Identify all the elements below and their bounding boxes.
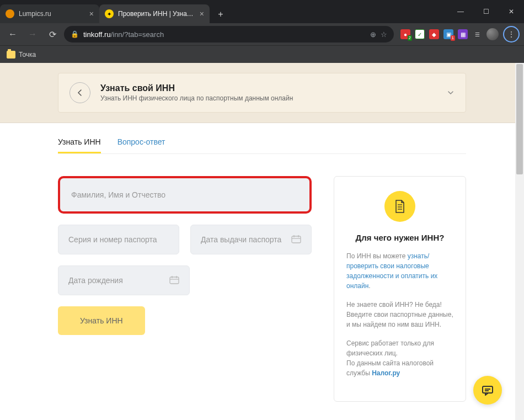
extension-check-icon[interactable]: ✓ xyxy=(415,29,425,39)
chat-icon xyxy=(481,384,494,397)
favicon-lumpics xyxy=(6,9,14,18)
page-scrollbar[interactable] xyxy=(515,63,524,420)
side-para-3: Сервис работает только для физических ли… xyxy=(346,338,453,378)
favicon-tinkoff: ✦ xyxy=(105,9,114,18)
hero-subtitle: Узнать ИНН физического лица по паспортны… xyxy=(100,94,293,102)
hero-expand-card[interactable]: Узнать свой ИНН Узнать ИНН физического л… xyxy=(58,73,466,113)
new-tab-button[interactable]: + xyxy=(213,7,228,22)
submit-button[interactable]: Узнать ИНН xyxy=(58,306,145,335)
passport-placeholder: Серия и номер паспорта xyxy=(68,235,157,244)
browser-tab-tinkoff[interactable]: ✦ Проверить ИНН | Узнать свой И × xyxy=(99,4,210,23)
side-para-1: По ИНН вы можете узнать/ проверить свои … xyxy=(346,251,453,291)
extension-adblock-icon[interactable]: ●2 xyxy=(400,29,410,39)
nav-back-button[interactable]: ← xyxy=(4,26,21,42)
profile-avatar[interactable] xyxy=(486,28,499,40)
window-minimize-button[interactable]: — xyxy=(448,0,473,23)
hero-title: Узнать свой ИНН xyxy=(100,83,293,93)
tab-title: Lumpics.ru xyxy=(19,10,86,18)
back-circle-icon[interactable] xyxy=(69,82,90,103)
install-app-icon[interactable]: ⊕ xyxy=(370,30,376,39)
address-row: ← → ⟳ 🔒 tinkoff.ru/inn/?tab=search ⊕ ☆ ●… xyxy=(0,23,524,45)
side-para-2: Не знаете свой ИНН? Не беда! Введите сво… xyxy=(346,300,453,329)
calendar-icon xyxy=(291,235,301,244)
url-host: tinkoff.ru xyxy=(83,30,111,39)
birth-date-input[interactable]: Дата рождения xyxy=(58,265,190,295)
issue-date-input[interactable]: Дата выдачи паспорта xyxy=(190,225,312,254)
extension-red-icon[interactable]: ◆ xyxy=(429,29,439,39)
extension-purple-icon[interactable]: ▦ xyxy=(458,29,468,39)
document-icon xyxy=(384,191,415,222)
browser-tabs-row: Lumpics.ru × ✦ Проверить ИНН | Узнать св… xyxy=(0,0,524,23)
nav-reload-button[interactable]: ⟳ xyxy=(44,26,61,42)
bookmark-item[interactable]: Точка xyxy=(19,51,36,59)
page-content: Узнать свой ИНН Узнать ИНН физического л… xyxy=(0,63,524,420)
star-icon[interactable]: ☆ xyxy=(381,30,387,39)
calendar-icon xyxy=(169,276,179,285)
issue-date-placeholder: Дата выдачи паспорта xyxy=(201,235,281,244)
svg-rect-0 xyxy=(292,236,301,243)
birth-placeholder: Дата рождения xyxy=(68,276,123,285)
extension-blue-icon[interactable]: ▣1 xyxy=(443,29,453,39)
page-tabs: Узнать ИНН Вопрос-ответ xyxy=(58,123,466,154)
svg-rect-4 xyxy=(170,277,179,284)
close-icon[interactable]: × xyxy=(200,9,204,18)
chat-fab-button[interactable] xyxy=(473,376,502,405)
fio-input[interactable]: Фамилия, Имя и Отчество xyxy=(58,176,312,214)
side-info-card: Для чего нужен ИНН? По ИНН вы можете узн… xyxy=(334,176,466,402)
tab-title: Проверить ИНН | Узнать свой И xyxy=(118,10,196,18)
address-bar[interactable]: 🔒 tinkoff.ru/inn/?tab=search ⊕ ☆ xyxy=(64,26,394,42)
side-link-nalog[interactable]: Налог.ру xyxy=(372,369,400,377)
side-heading: Для чего нужен ИНН? xyxy=(346,233,453,242)
tab-vopros-otvet[interactable]: Вопрос-ответ xyxy=(117,132,165,153)
passport-input[interactable]: Серия и номер паспорта xyxy=(58,225,179,254)
reading-list-icon[interactable]: ☰ xyxy=(472,29,482,39)
chevron-down-icon xyxy=(447,89,455,97)
window-close-button[interactable]: ✕ xyxy=(499,0,524,23)
scrollbar-thumb[interactable] xyxy=(516,64,523,174)
nav-forward-button[interactable]: → xyxy=(24,26,41,42)
tab-uznat-inn[interactable]: Узнать ИНН xyxy=(58,132,101,153)
close-icon[interactable]: × xyxy=(89,9,94,18)
url-path: /inn/?tab=search xyxy=(111,30,164,39)
browser-tab-lumpics[interactable]: Lumpics.ru × xyxy=(0,4,99,23)
window-maximize-button[interactable]: ☐ xyxy=(473,0,499,23)
bookmarks-bar: Точка xyxy=(0,45,524,63)
fio-placeholder: Фамилия, Имя и Отчество xyxy=(71,190,165,199)
folder-icon xyxy=(7,51,15,59)
browser-menu-button[interactable]: ⋮ xyxy=(503,26,520,42)
lock-icon: 🔒 xyxy=(71,30,79,38)
